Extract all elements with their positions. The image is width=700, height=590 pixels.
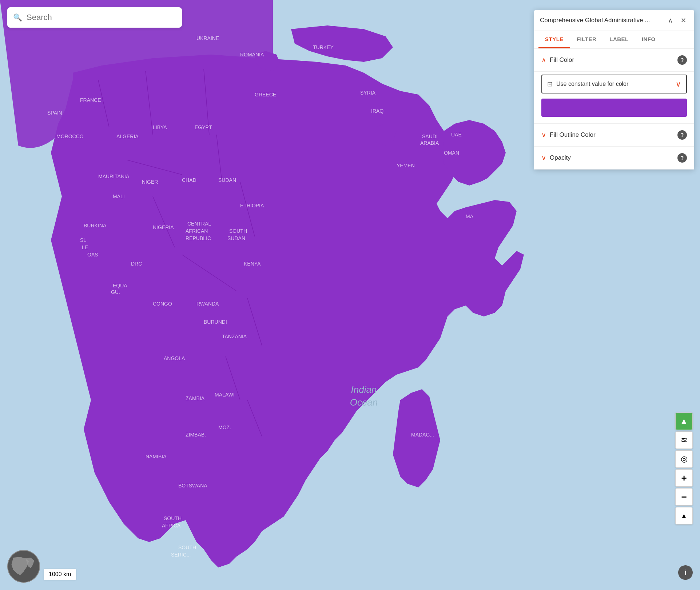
ocean-label-2: Ocean — [350, 397, 378, 408]
tab-style[interactable]: STYLE — [538, 31, 570, 48]
minimap[interactable] — [7, 550, 40, 583]
fill-outline-header[interactable]: ∨ Fill Outline Color ? — [534, 124, 694, 147]
terrain-button[interactable]: ▲ — [675, 412, 693, 430]
opacity-chevron: ∨ — [541, 154, 546, 162]
locate-button[interactable]: ◎ — [675, 450, 693, 468]
fill-color-label: Fill Color — [550, 56, 574, 64]
panel: Comprehensive Global Administrative ... … — [534, 10, 694, 170]
panel-content: ∧ Fill Color ? ⊟ Use constant value for … — [534, 49, 694, 170]
fill-outline-label: Fill Outline Color — [550, 131, 596, 139]
panel-header-controls: ∧ ✕ — [665, 15, 688, 25]
map-controls: ▲ ≋ ◎ + − ▲ — [675, 412, 693, 525]
fill-outline-chevron: ∨ — [541, 131, 546, 139]
search-bar[interactable]: 🔍 — [7, 7, 182, 28]
dropdown-chevron: ∨ — [676, 80, 681, 88]
fill-color-left: ∧ Fill Color — [541, 56, 574, 64]
map-container[interactable]: Indian Ocean FRANCE UKRAINE ROMANIA TURK… — [0, 0, 700, 590]
fill-outline-left: ∨ Fill Outline Color — [541, 131, 596, 139]
fill-color-section: ⊟ Use constant value for color ∨ — [534, 72, 694, 124]
color-swatch[interactable] — [541, 99, 687, 117]
color-dropdown-left: ⊟ Use constant value for color — [547, 80, 628, 88]
layers-button[interactable]: ≋ — [675, 431, 693, 449]
opacity-label: Opacity — [550, 154, 571, 162]
panel-tabs: STYLE FILTER LABEL INFO — [534, 31, 694, 49]
fill-color-header[interactable]: ∧ Fill Color ? — [534, 49, 694, 72]
zoom-out-button[interactable]: − — [675, 488, 693, 506]
info-button[interactable]: i — [678, 565, 693, 580]
minimize-button[interactable]: ∧ — [665, 15, 675, 25]
search-icon: 🔍 — [13, 13, 22, 22]
tab-filter[interactable]: FILTER — [570, 31, 603, 48]
fill-color-help-button[interactable]: ? — [677, 55, 687, 65]
close-button[interactable]: ✕ — [678, 15, 688, 25]
panel-header: Comprehensive Global Administrative ... … — [534, 10, 694, 31]
scale-label: 1000 km — [49, 571, 71, 577]
zoom-in-button[interactable]: + — [675, 469, 693, 487]
ocean-label: Indian — [351, 384, 377, 395]
tab-label[interactable]: LABEL — [603, 31, 635, 48]
info-icon: i — [684, 569, 687, 577]
tab-info[interactable]: INFO — [635, 31, 662, 48]
opacity-help-button[interactable]: ? — [677, 153, 687, 163]
dropdown-label: Use constant value for color — [556, 81, 628, 87]
search-input[interactable] — [27, 13, 176, 22]
fill-outline-help-button[interactable]: ? — [677, 130, 687, 140]
fill-color-chevron: ∧ — [541, 56, 546, 64]
compass-button[interactable]: ▲ — [675, 507, 693, 525]
panel-title: Comprehensive Global Administrative ... — [540, 17, 650, 24]
opacity-header[interactable]: ∨ Opacity ? — [534, 147, 694, 170]
table-icon: ⊟ — [547, 80, 553, 88]
opacity-left: ∨ Opacity — [541, 154, 571, 162]
scale-bar: 1000 km — [44, 569, 76, 580]
color-dropdown[interactable]: ⊟ Use constant value for color ∨ — [541, 75, 687, 93]
